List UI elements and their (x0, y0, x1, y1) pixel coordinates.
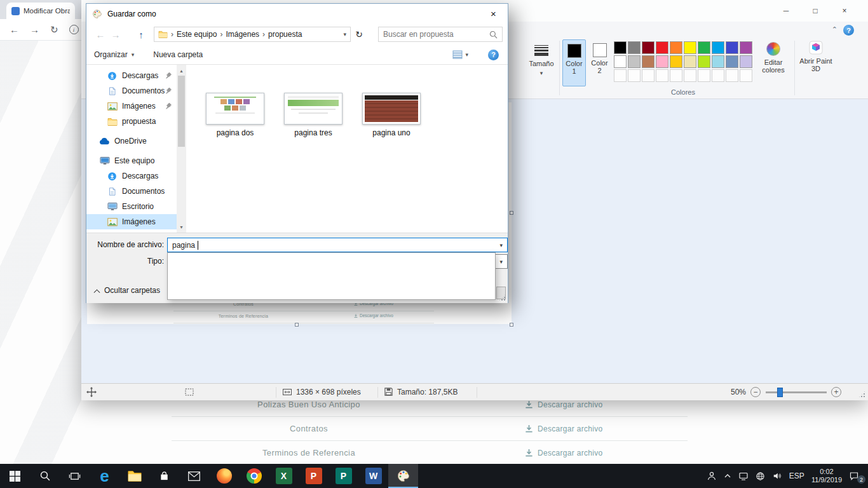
color2-button[interactable]: Color 2 (588, 39, 611, 86)
file-pagina-uno[interactable]: pagina uno (358, 93, 425, 137)
filename-input[interactable]: pagina ▾ (167, 238, 508, 252)
palette-color-swatch[interactable] (642, 55, 654, 68)
palette-color-swatch[interactable] (698, 55, 710, 68)
page-info-icon[interactable]: i (69, 25, 79, 34)
palette-color-swatch[interactable] (698, 41, 710, 54)
canvas-resize-handle-bottom[interactable] (295, 323, 299, 327)
window-resize-grip[interactable] (858, 390, 866, 398)
size-button[interactable]: Tamaño ▾ (526, 39, 557, 86)
organize-button[interactable]: Organizar ▾ (94, 50, 134, 59)
taskbar-word-icon[interactable]: W (358, 464, 388, 488)
palette-color-swatch[interactable] (628, 41, 641, 54)
filetype-dropdown-list[interactable] (167, 252, 496, 300)
up-button[interactable]: ↑ (133, 29, 149, 40)
palette-empty-slot[interactable] (684, 69, 696, 82)
task-view-button[interactable] (60, 464, 90, 488)
hide-folders-button[interactable]: Ocultar carpetas (95, 286, 160, 295)
palette-empty-slot[interactable] (712, 69, 724, 82)
palette-empty-slot[interactable] (726, 69, 738, 82)
zoom-out-button[interactable]: − (750, 387, 761, 397)
breadcrumb-propuesta[interactable]: propuesta (268, 30, 302, 39)
palette-color-swatch[interactable] (740, 41, 752, 54)
palette-empty-slot[interactable] (698, 69, 710, 82)
palette-color-swatch[interactable] (712, 55, 724, 68)
taskbar-search-button[interactable] (30, 464, 60, 488)
forward-button[interactable]: → (108, 29, 123, 40)
download-link[interactable]: Descargar archivo (525, 424, 602, 433)
scrollbar-thumb[interactable] (178, 76, 185, 147)
show-hidden-icons-chevron[interactable] (724, 472, 731, 480)
browser-refresh-button[interactable]: ↻ (50, 24, 58, 36)
browser-forward-button[interactable]: → (30, 24, 39, 35)
help-button[interactable]: ? (488, 50, 499, 60)
edit-colors-button[interactable]: Editar colores (756, 39, 790, 90)
globe-icon[interactable] (756, 471, 765, 481)
palette-color-swatch[interactable] (614, 55, 627, 68)
zoom-in-button[interactable]: + (831, 387, 841, 397)
sidebar-item-documentos[interactable]: Documentos (86, 83, 177, 98)
taskbar-store-icon[interactable] (149, 464, 179, 488)
back-button[interactable]: ← (93, 29, 108, 40)
language-indicator[interactable]: ESP (789, 471, 804, 480)
sidebar-item-descargas[interactable]: Descargas (86, 168, 177, 184)
search-box[interactable]: Buscar en propuesta (378, 27, 503, 42)
file-pagina-tres[interactable]: pagina tres (280, 93, 347, 137)
filetype-dropdown-icon[interactable]: ▾ (499, 259, 503, 265)
taskbar-edge-icon[interactable]: e (90, 464, 119, 488)
minimize-button[interactable]: ─ (771, 1, 801, 20)
scroll-up-arrow[interactable]: ▲ (177, 66, 186, 75)
start-button[interactable] (0, 464, 30, 488)
canvas-resize-handle-right[interactable] (510, 211, 513, 215)
palette-empty-slot[interactable] (656, 69, 668, 82)
dialog-close-button[interactable]: × (479, 4, 508, 23)
maximize-button[interactable]: □ (801, 1, 830, 20)
sidebar-item-este-equipo[interactable]: Este equipo (86, 153, 177, 168)
sidebar-item-escritorio[interactable]: Escritorio (86, 199, 177, 214)
taskbar-firefox-icon[interactable] (209, 464, 239, 488)
sidebar-item-propuesta[interactable]: propuesta (86, 114, 177, 129)
sidebar-item-imagenes[interactable]: Imágenes (86, 214, 177, 229)
browser-tab[interactable]: Modificar Obra/ (6, 3, 75, 19)
taskbar-mail-icon[interactable] (179, 464, 209, 488)
taskbar-file-explorer-icon[interactable] (119, 464, 149, 488)
palette-empty-slot[interactable] (740, 69, 752, 82)
zoom-slider-thumb[interactable] (777, 388, 783, 397)
clock[interactable]: 0:02 11/9/2019 (811, 468, 842, 484)
palette-empty-slot[interactable] (614, 69, 627, 82)
canvas-resize-handle-corner[interactable] (510, 323, 513, 327)
browser-back-button[interactable]: ← (10, 24, 19, 35)
paint-help-button[interactable]: ? (843, 25, 854, 36)
download-link[interactable]: Descargar archivo (525, 449, 602, 458)
scroll-down-arrow[interactable]: ▼ (177, 222, 186, 231)
palette-empty-slot[interactable] (670, 69, 682, 82)
palette-color-swatch[interactable] (712, 41, 724, 54)
download-link[interactable]: Descargar archivo (525, 400, 602, 409)
palette-empty-slot[interactable] (628, 69, 641, 82)
file-pagina-dos[interactable]: pagina dos (201, 93, 269, 137)
palette-color-swatch[interactable] (614, 41, 627, 54)
color1-button[interactable]: Color 1 (562, 39, 586, 86)
palette-color-swatch[interactable] (726, 41, 738, 54)
palette-color-swatch[interactable] (628, 55, 641, 68)
palette-color-swatch[interactable] (670, 55, 682, 68)
palette-color-swatch[interactable] (684, 55, 696, 68)
collapse-ribbon-icon[interactable]: ⌃ (832, 25, 837, 34)
palette-color-swatch[interactable] (656, 41, 668, 54)
sidebar-scrollbar[interactable]: ▲ ▼ (177, 65, 186, 233)
palette-color-swatch[interactable] (670, 41, 682, 54)
breadcrumb-este-equipo[interactable]: Este equipo (177, 30, 217, 39)
refresh-button[interactable]: ↻ (351, 29, 367, 39)
open-paint3d-button[interactable]: Abrir Paint 3D (798, 38, 834, 90)
sidebar-item-descargas[interactable]: Descargas (86, 68, 177, 83)
action-center-icon[interactable]: 2 (849, 471, 864, 481)
taskbar-excel-icon[interactable]: X (269, 464, 299, 488)
breadcrumb-dropdown-icon[interactable]: ▾ (343, 31, 346, 37)
sidebar-item-documentos[interactable]: Documentos (86, 184, 177, 199)
palette-color-swatch[interactable] (740, 55, 752, 68)
close-button[interactable]: × (830, 1, 859, 20)
palette-empty-slot[interactable] (642, 69, 654, 82)
sidebar-item-onedrive[interactable]: OneDrive (86, 133, 177, 149)
palette-color-swatch[interactable] (684, 41, 696, 54)
sidebar-item-imagenes[interactable]: Imágenes (86, 98, 177, 114)
breadcrumb-imagenes[interactable]: Imágenes (226, 30, 259, 39)
